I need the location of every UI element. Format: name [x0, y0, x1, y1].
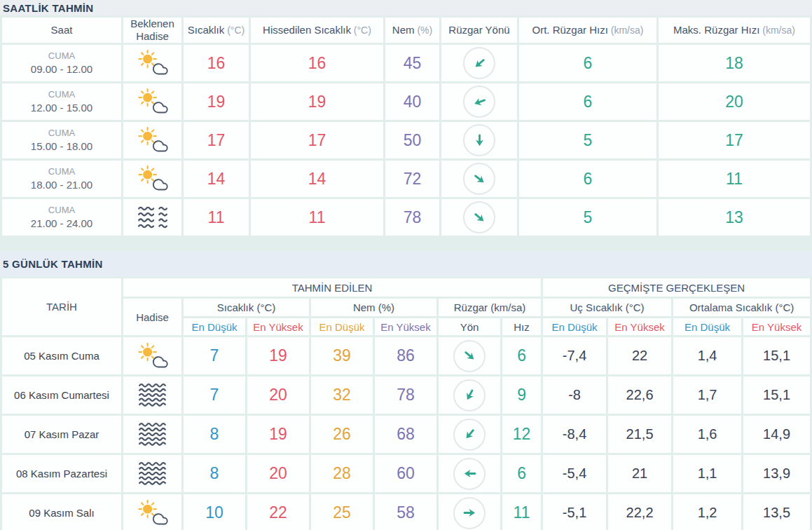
max-wind-speed-cell: 17	[659, 122, 810, 158]
wind-direction-arrow-icon	[458, 423, 481, 445]
humidity-min-cell: 39	[311, 337, 373, 374]
partly-cloudy-icon	[136, 165, 169, 193]
header-unit: (%)	[415, 25, 433, 36]
hourly-header-saat: Saat	[2, 18, 121, 43]
hourly-table-head: SaatBeklenen HadiseSıcaklık (°C)Hissedil…	[2, 18, 810, 43]
past-extreme-min-cell: -5,1	[543, 494, 606, 530]
past-average-max-cell: 15,1	[743, 337, 810, 374]
temp-min-cell: 7	[184, 337, 245, 374]
humidity-max-cell: 68	[375, 416, 436, 453]
humidity-min-cell: 26	[311, 416, 373, 453]
wind-direction-cell	[439, 376, 500, 414]
daily-header-avg-max: En Yüksek	[743, 318, 810, 335]
time-range-label: 18.00 - 21.00	[2, 178, 121, 192]
daily-header-average-temp: Ortalama Sıcaklık (°C)	[673, 299, 810, 316]
humidity-cell: 50	[385, 122, 439, 158]
condition-cell	[123, 455, 181, 492]
temp-max-cell: 20	[247, 455, 309, 492]
daily-header-avg-min: En Düşük	[673, 318, 741, 335]
temperature-cell: 16	[184, 45, 249, 81]
hourly-row: CUMA15.00 - 18.00 171750 517	[2, 122, 810, 158]
daily-header-extreme-temp: Uç Sıcaklık (°C)	[543, 299, 671, 316]
wind-direction-arrow-icon	[469, 91, 489, 111]
daily-header-row-groups: TARİHTAHMİN EDİLENGEÇMİŞTE GERÇEKLEŞEN	[2, 278, 810, 297]
daily-header-wind-dir: Yön	[439, 318, 500, 335]
partly-cloudy-icon	[136, 499, 169, 527]
partly-cloudy-icon	[136, 88, 169, 116]
max-wind-speed-cell: 11	[659, 161, 810, 197]
max-wind-speed-cell: 20	[659, 83, 810, 120]
humidity-min-cell: 28	[311, 455, 373, 492]
wind-direction-cell	[441, 83, 517, 120]
condition-icon-wrap	[123, 205, 181, 230]
daily-header-humidity: Nem (%)	[311, 299, 436, 316]
hourly-section-title: SAATLİK TAHMİN	[3, 2, 93, 14]
humidity-max-cell: 78	[375, 376, 436, 414]
wind-direction-cell	[441, 122, 517, 158]
fog-icon	[137, 382, 169, 409]
condition-icon-wrap	[123, 382, 181, 409]
condition-cell	[123, 376, 181, 414]
daily-row: 09 Kasım Salı 10222558 11-5,122,21,213,5	[2, 494, 810, 530]
condition-cell	[123, 83, 181, 120]
past-average-min-cell: 1,1	[673, 455, 741, 492]
day-label: CUMA	[2, 128, 121, 140]
wind-direction-cell	[439, 494, 500, 530]
wind-direction-dial	[453, 340, 486, 372]
daily-section-title-bar: 5 GÜNLÜK TAHMİN	[0, 252, 812, 276]
time-cell: CUMA15.00 - 18.00	[2, 122, 121, 158]
header-label: Beklenen Hadise	[130, 18, 174, 42]
header-unit: (km/sa)	[608, 25, 644, 36]
condition-cell	[123, 45, 181, 81]
hourly-header-nem: Nem (%)	[385, 18, 439, 43]
wind-direction-cell	[439, 455, 500, 492]
header-unit: (km/sa)	[759, 25, 795, 36]
time-cell: CUMA21.00 - 24.00	[2, 199, 121, 236]
hourly-table-body: CUMA09.00 - 12.00 161645 618CUMA12.00 - …	[2, 45, 810, 236]
hourly-header-maks-ruzgar-hizi: Maks. Rüzgar Hızı (km/sa)	[659, 18, 810, 43]
humidity-cell: 45	[385, 45, 439, 81]
temperature-cell: 14	[184, 161, 249, 197]
date-cell: 06 Kasım Cumartesi	[2, 376, 121, 414]
temperature-cell: 11	[184, 199, 249, 236]
wind-direction-arrow-icon	[468, 52, 490, 74]
past-extreme-min-cell: -5,4	[543, 455, 606, 492]
wind-speed-cell: 6	[502, 455, 541, 492]
hourly-row: CUMA21.00 - 24.00 111178 513	[2, 199, 810, 236]
temperature-cell: 17	[184, 122, 249, 158]
date-cell: 07 Kasım Pazar	[2, 416, 121, 453]
haze-icon	[137, 205, 169, 230]
condition-cell	[123, 199, 181, 236]
day-label: CUMA	[2, 50, 121, 62]
daily-table-head: TARİHTAHMİN EDİLENGEÇMİŞTE GERÇEKLEŞENHa…	[2, 278, 810, 335]
daily-header-hum-min: En Düşük	[311, 318, 373, 335]
wind-direction-cell	[441, 45, 517, 81]
past-average-min-cell: 1,4	[673, 337, 741, 374]
date-cell: 09 Kasım Salı	[2, 494, 121, 530]
partly-cloudy-icon	[136, 342, 169, 370]
wind-direction-dial	[453, 497, 486, 529]
daily-header-temperature: Sıcaklık (°C)	[184, 299, 309, 316]
time-cell: CUMA12.00 - 15.00	[2, 83, 121, 120]
fog-icon	[137, 421, 169, 448]
temp-min-cell: 8	[184, 416, 245, 453]
header-label: Maks. Rüzgar Hızı	[673, 24, 759, 36]
time-range-label: 15.00 - 18.00	[2, 140, 121, 154]
daily-header-tarih: TARİH	[2, 278, 121, 335]
daily-header-temp-max: En Yüksek	[247, 318, 309, 335]
weather-forecast-page: SAATLİK TAHMİN SaatBeklenen HadiseSıcakl…	[0, 0, 812, 530]
condition-icon-wrap	[123, 499, 181, 527]
avg-wind-speed-cell: 6	[519, 45, 656, 81]
hourly-header-sicaklik: Sıcaklık (°C)	[184, 18, 249, 43]
time-range-label: 12.00 - 15.00	[2, 101, 121, 115]
condition-icon-wrap	[123, 49, 181, 77]
past-average-min-cell: 1,7	[673, 376, 741, 414]
wind-direction-arrow-icon	[462, 505, 478, 521]
temp-max-cell: 19	[247, 416, 309, 453]
humidity-max-cell: 60	[375, 455, 436, 492]
past-extreme-max-cell: 22,2	[608, 494, 671, 530]
wind-direction-dial	[463, 47, 495, 79]
condition-icon-wrap	[123, 126, 181, 154]
max-wind-speed-cell: 18	[659, 45, 810, 81]
past-extreme-max-cell: 22	[608, 337, 671, 374]
